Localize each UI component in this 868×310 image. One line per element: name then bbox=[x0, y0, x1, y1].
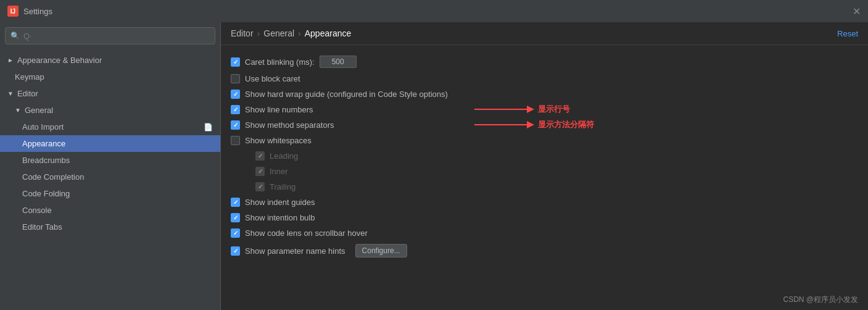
use-block-caret-row: Use block caret bbox=[231, 71, 858, 86]
use-block-caret-checkbox[interactable] bbox=[231, 74, 240, 83]
show-code-lens-label: Show code lens on scrollbar hover bbox=[245, 228, 368, 238]
show-line-numbers-checkbox[interactable] bbox=[231, 105, 240, 114]
app-icon: IJ bbox=[7, 6, 19, 17]
sidebar-item-editor-tabs[interactable]: Editor Tabs bbox=[0, 219, 220, 235]
show-parameter-hints-row: Show parameter name hints Configure... bbox=[231, 241, 858, 261]
caret-blinking-checkbox[interactable] bbox=[231, 57, 240, 67]
sidebar-item-label: Editor Tabs bbox=[22, 222, 62, 232]
show-indent-guides-checkbox[interactable] bbox=[231, 198, 240, 207]
sidebar: 🔍 ► Appearance & Behavior Keymap ▼ Edito… bbox=[0, 22, 221, 310]
main-content: 🔍 ► Appearance & Behavior Keymap ▼ Edito… bbox=[0, 22, 868, 310]
breadcrumb-sep2: › bbox=[298, 28, 301, 38]
search-input[interactable] bbox=[23, 31, 210, 41]
trailing-row: Trailing bbox=[231, 179, 858, 195]
reset-button[interactable]: Reset bbox=[837, 29, 858, 38]
settings-area: Caret blinking (ms): Use block caret Sho… bbox=[221, 45, 868, 310]
show-intention-bulb-checkbox[interactable] bbox=[231, 213, 240, 222]
expand-arrow-icon: ► bbox=[7, 57, 14, 64]
breadcrumb-sep1: › bbox=[257, 28, 260, 38]
inner-row: Inner bbox=[231, 164, 858, 179]
sidebar-item-label: General bbox=[25, 106, 53, 115]
search-icon: 🔍 bbox=[10, 31, 20, 40]
inner-label: Inner bbox=[270, 167, 288, 176]
show-method-separators-wrapper: Show method separators 显示方法分隔符 bbox=[231, 117, 858, 133]
sidebar-item-label: Editor bbox=[17, 89, 38, 98]
sidebar-item-label: Keymap bbox=[15, 72, 44, 82]
sidebar-item-label: Appearance bbox=[22, 139, 65, 148]
breadcrumb-current: Appearance bbox=[305, 28, 352, 38]
trailing-checkbox[interactable] bbox=[255, 182, 265, 191]
main-panel: Editor › General › Appearance Reset Care… bbox=[221, 22, 868, 310]
show-hard-wrap-label: Show hard wrap guide (configured in Code… bbox=[245, 90, 448, 99]
window-title: Settings bbox=[23, 7, 52, 16]
sidebar-item-editor[interactable]: ▼ Editor bbox=[0, 85, 220, 102]
sidebar-nav: ► Appearance & Behavior Keymap ▼ Editor … bbox=[0, 49, 220, 310]
watermark: CSDN @程序员小发发 bbox=[783, 295, 858, 305]
show-code-lens-checkbox[interactable] bbox=[231, 228, 240, 238]
leading-label: Leading bbox=[270, 151, 298, 161]
sidebar-item-auto-import[interactable]: Auto Import 📄 bbox=[0, 119, 220, 135]
sidebar-item-label: Auto Import bbox=[22, 122, 64, 132]
caret-blinking-label: Caret blinking (ms): bbox=[245, 57, 315, 67]
show-whitespaces-checkbox[interactable] bbox=[231, 136, 240, 145]
sidebar-item-label: Appearance & Behavior bbox=[17, 56, 102, 65]
page-icon: 📄 bbox=[204, 123, 213, 132]
title-bar: IJ Settings ✕ bbox=[0, 0, 868, 22]
configure-button[interactable]: Configure... bbox=[355, 244, 407, 258]
show-method-separators-checkbox[interactable] bbox=[231, 120, 240, 130]
show-line-numbers-wrapper: Show line numbers 显示行号 bbox=[231, 102, 858, 117]
close-button[interactable]: ✕ bbox=[853, 6, 861, 17]
caret-blinking-row: Caret blinking (ms): bbox=[231, 52, 858, 71]
breadcrumb: Editor › General › Appearance bbox=[231, 28, 351, 38]
sidebar-item-label: Console bbox=[22, 206, 52, 215]
show-intention-bulb-row: Show intention bulb bbox=[231, 210, 858, 225]
breadcrumb-part2: General bbox=[263, 28, 294, 38]
sidebar-item-appearance-behavior[interactable]: ► Appearance & Behavior bbox=[0, 52, 220, 69]
sidebar-item-label: Code Completion bbox=[22, 172, 84, 182]
sidebar-item-console[interactable]: Console bbox=[0, 202, 220, 219]
show-line-numbers-row: Show line numbers bbox=[231, 102, 858, 117]
show-intention-bulb-label: Show intention bulb bbox=[245, 213, 315, 222]
leading-row: Leading bbox=[231, 148, 858, 164]
search-box[interactable]: 🔍 bbox=[5, 27, 215, 44]
trailing-label: Trailing bbox=[270, 182, 296, 191]
show-parameter-hints-checkbox[interactable] bbox=[231, 246, 240, 256]
sidebar-item-general[interactable]: ▼ General bbox=[0, 102, 220, 119]
sidebar-item-breadcrumbs[interactable]: Breadcrumbs bbox=[0, 152, 220, 169]
show-whitespaces-row: Show whitespaces bbox=[231, 133, 858, 148]
settings-window: IJ Settings ✕ 🔍 ► Appearance & Behavior … bbox=[0, 0, 868, 310]
breadcrumb-part1: Editor bbox=[231, 28, 254, 38]
sidebar-item-label: Code Folding bbox=[22, 189, 70, 198]
sidebar-item-appearance[interactable]: Appearance bbox=[0, 135, 220, 152]
show-indent-guides-label: Show indent guides bbox=[245, 198, 315, 207]
expand-arrow-icon: ▼ bbox=[7, 90, 14, 97]
inner-checkbox[interactable] bbox=[255, 167, 265, 176]
show-indent-guides-row: Show indent guides bbox=[231, 195, 858, 210]
sidebar-item-keymap[interactable]: Keymap bbox=[0, 69, 220, 85]
caret-blinking-input[interactable] bbox=[320, 56, 357, 68]
show-hard-wrap-row: Show hard wrap guide (configured in Code… bbox=[231, 86, 858, 102]
show-code-lens-row: Show code lens on scrollbar hover bbox=[231, 225, 858, 241]
show-hard-wrap-checkbox[interactable] bbox=[231, 90, 240, 99]
expand-arrow-icon: ▼ bbox=[15, 107, 21, 114]
show-parameter-hints-label: Show parameter name hints bbox=[245, 246, 345, 256]
leading-checkbox[interactable] bbox=[255, 151, 265, 161]
sidebar-item-code-completion[interactable]: Code Completion bbox=[0, 169, 220, 185]
show-line-numbers-label: Show line numbers bbox=[245, 105, 313, 114]
show-method-separators-row: Show method separators bbox=[231, 117, 858, 133]
sidebar-item-label: Breadcrumbs bbox=[22, 156, 70, 165]
breadcrumb-bar: Editor › General › Appearance Reset bbox=[221, 22, 868, 45]
show-whitespaces-label: Show whitespaces bbox=[245, 136, 312, 145]
show-method-separators-label: Show method separators bbox=[245, 120, 334, 130]
sidebar-item-code-folding[interactable]: Code Folding bbox=[0, 185, 220, 202]
use-block-caret-label: Use block caret bbox=[245, 74, 300, 83]
